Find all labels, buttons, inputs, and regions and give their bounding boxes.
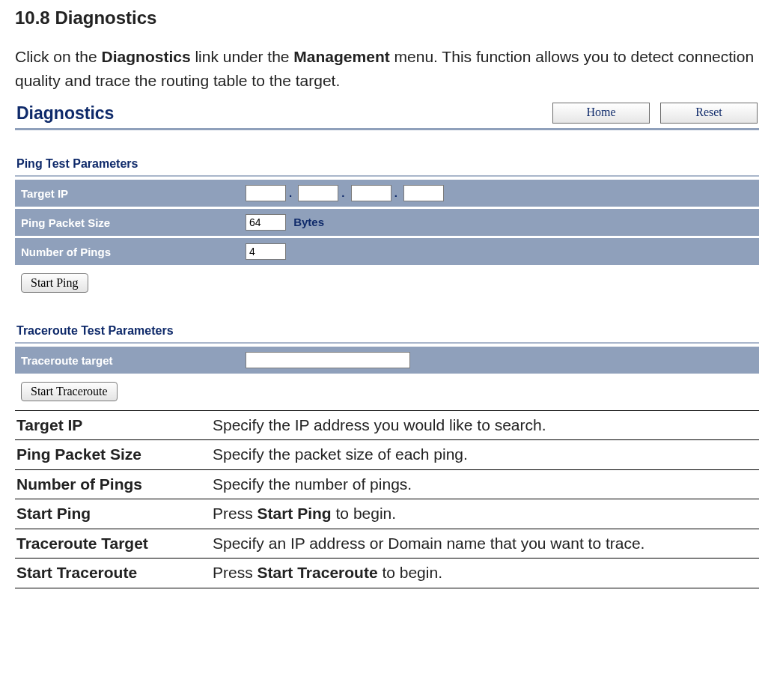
desc-def: Specify the packet size of each ping. — [211, 440, 759, 469]
intro-bold-diagnostics: Diagnostics — [102, 48, 191, 65]
intro-text: link under the — [191, 48, 294, 65]
home-button[interactable]: Home — [552, 103, 650, 124]
packet-size-unit: Bytes — [293, 216, 324, 228]
intro-bold-management: Management — [293, 48, 389, 65]
traceroute-target-input[interactable] — [246, 352, 410, 368]
desc-def: Specify an IP address or Domain name tha… — [211, 529, 759, 558]
desc-term: Target IP — [15, 411, 211, 440]
intro-paragraph: Click on the Diagnostics link under the … — [15, 45, 759, 92]
divider — [15, 342, 759, 344]
description-table: Target IP Specify the IP address you wou… — [15, 410, 759, 588]
target-ip-row: Target IP . . . — [15, 180, 759, 208]
page-title: Diagnostics — [16, 103, 114, 124]
desc-def: Press Start Ping to begin. — [211, 499, 759, 529]
desc-row: Traceroute Target Specify an IP address … — [15, 529, 759, 558]
screenshot-header: Diagnostics Home Reset — [15, 100, 759, 130]
divider — [15, 175, 759, 177]
ip-dot: . — [289, 186, 292, 199]
desc-row: Start Traceroute Press Start Traceroute … — [15, 559, 759, 588]
desc-term: Number of Pings — [15, 469, 211, 499]
target-ip-octet-3[interactable] — [351, 185, 391, 201]
desc-def: Press Start Traceroute to begin. — [211, 559, 759, 588]
ping-section-label: Ping Test Parameters — [16, 157, 759, 171]
num-pings-row: Number of Pings — [15, 237, 759, 267]
diagnostics-screenshot: Diagnostics Home Reset Ping Test Paramet… — [15, 98, 759, 401]
packet-size-label: Ping Packet Size — [15, 208, 240, 237]
traceroute-target-label: Traceroute target — [15, 347, 240, 375]
traceroute-target-value-cell — [240, 347, 759, 375]
packet-size-value-cell: Bytes — [240, 208, 759, 237]
traceroute-target-row: Traceroute target — [15, 347, 759, 375]
num-pings-value-cell — [240, 237, 759, 267]
ping-params-table: Target IP . . . Ping Packet Size Bytes N… — [15, 180, 759, 267]
packet-size-input[interactable] — [246, 214, 286, 231]
desc-row: Ping Packet Size Specify the packet size… — [15, 440, 759, 469]
desc-def: Specify the IP address you would like to… — [211, 411, 759, 440]
target-ip-octet-4[interactable] — [403, 185, 444, 201]
target-ip-label: Target IP — [15, 180, 240, 208]
desc-term: Traceroute Target — [15, 529, 211, 558]
ip-dot: . — [394, 186, 397, 199]
desc-term: Start Ping — [15, 499, 211, 529]
traceroute-section-label: Traceroute Test Parameters — [16, 324, 759, 338]
num-pings-label: Number of Pings — [15, 237, 240, 267]
desc-row: Target IP Specify the IP address you wou… — [15, 411, 759, 440]
desc-def: Specify the number of pings. — [211, 469, 759, 499]
target-ip-octet-1[interactable] — [246, 185, 286, 201]
desc-row: Number of Pings Specify the number of pi… — [15, 469, 759, 499]
desc-row: Start Ping Press Start Ping to begin. — [15, 499, 759, 529]
reset-button[interactable]: Reset — [660, 103, 758, 124]
target-ip-value-cell: . . . — [240, 180, 759, 208]
desc-term: Start Traceroute — [15, 559, 211, 588]
num-pings-input[interactable] — [246, 243, 286, 260]
start-ping-button[interactable]: Start Ping — [21, 273, 88, 293]
header-buttons: Home Reset — [552, 103, 758, 124]
desc-term: Ping Packet Size — [15, 440, 211, 469]
section-heading: 10.8 Diagnostics — [15, 7, 759, 28]
intro-text: Click on the — [15, 48, 102, 65]
ip-dot: . — [341, 186, 344, 199]
traceroute-params-table: Traceroute target — [15, 347, 759, 376]
start-traceroute-button[interactable]: Start Traceroute — [21, 382, 118, 401]
target-ip-octet-2[interactable] — [298, 185, 338, 201]
packet-size-row: Ping Packet Size Bytes — [15, 208, 759, 237]
